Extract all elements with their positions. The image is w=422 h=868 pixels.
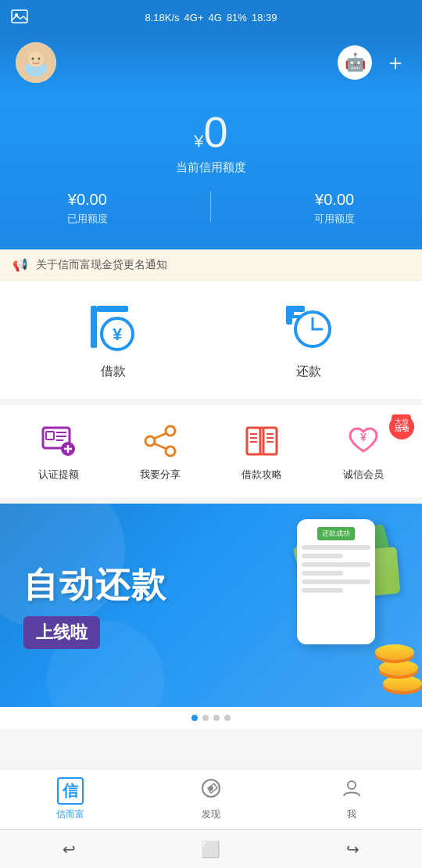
credit-row: ¥0.00 已用额度 ¥0.00 可用额度	[16, 191, 406, 226]
svg-text:大放: 大放	[395, 418, 409, 425]
banner-title: 自动还款	[23, 562, 167, 608]
status-bar: 8.18K/s 4G+ 4G 81% 18:39	[0, 0, 422, 34]
phone-lines	[302, 545, 370, 597]
sub-label-verify: 认证提额	[38, 468, 79, 482]
verify-icon	[38, 421, 79, 461]
dot-2	[202, 715, 209, 721]
time-text: 18:39	[252, 12, 277, 23]
robot-assistant-button[interactable]: 🤖	[338, 45, 372, 80]
nav-profile[interactable]: 我	[282, 777, 421, 821]
repay-icon	[281, 299, 336, 354]
signal-text: 4G	[209, 12, 222, 23]
user-avatar[interactable]	[16, 42, 56, 83]
svg-point-4	[28, 52, 44, 67]
dot-4	[224, 715, 231, 721]
svg-rect-17	[46, 432, 54, 439]
used-credit: ¥0.00 已用额度	[67, 191, 108, 226]
sub-label-member: 诚信会员	[343, 468, 384, 482]
credit-symbol: ¥0	[16, 106, 406, 157]
svg-point-24	[166, 426, 175, 436]
svg-point-25	[145, 436, 155, 446]
nav-recent-button[interactable]: ↩	[63, 840, 76, 859]
svg-rect-0	[12, 10, 27, 23]
nav-home-icon: 信	[57, 777, 84, 805]
divider	[210, 191, 211, 222]
available-amount: ¥0.00	[314, 191, 355, 209]
nav-home-button[interactable]: ⬜	[201, 840, 220, 859]
main-actions: ¥ 借款 还款	[0, 281, 422, 399]
used-label: 已用额度	[67, 212, 108, 226]
bottom-nav: 信 信而富 发现 我	[0, 769, 422, 829]
svg-rect-7	[91, 306, 97, 348]
phone-line-1	[302, 545, 370, 550]
guide-icon	[241, 421, 282, 461]
sub-action-member[interactable]: new 活动 大放 ¥ 诚信会员	[313, 421, 414, 482]
svg-point-6	[38, 58, 41, 60]
network-text: 4G+	[184, 12, 204, 23]
sub-label-guide: 借款攻略	[241, 468, 282, 482]
svg-line-27	[154, 433, 166, 439]
speed-text: 8.18K/s	[145, 12, 180, 23]
avatar-svg	[16, 42, 56, 83]
fire-badge: 活动 大放	[388, 413, 416, 441]
coin-1	[375, 644, 414, 660]
banner-subtitle: 上线啦	[23, 616, 100, 649]
add-button[interactable]: ＋	[384, 48, 406, 77]
coin-3	[383, 676, 422, 691]
sub-actions: 认证提额 我要分享	[0, 405, 422, 497]
sub-label-share: 我要分享	[140, 468, 181, 482]
dot-3	[213, 715, 220, 721]
nav-profile-label: 我	[347, 808, 356, 821]
gallery-icon	[11, 9, 28, 23]
sub-action-guide[interactable]: 借款攻略	[211, 421, 313, 482]
notice-icon: 📢	[13, 257, 28, 272]
phone-line-5	[302, 579, 370, 584]
banner-text: 自动还款 上线啦	[0, 539, 191, 673]
header-right: 🤖 ＋	[338, 45, 406, 80]
app-header: 🤖 ＋	[0, 34, 422, 99]
phone-mockup: 还款成功	[297, 519, 375, 644]
available-label: 可用额度	[314, 212, 355, 226]
repay-label: 还款	[296, 364, 321, 380]
sub-action-verify[interactable]: 认证提额	[8, 421, 109, 482]
svg-rect-15	[286, 306, 305, 312]
svg-point-5	[32, 58, 34, 60]
share-icon	[140, 421, 181, 461]
banner-section[interactable]: 自动还款 上线啦 还款成功	[0, 504, 422, 729]
nav-discover[interactable]: 发现	[141, 777, 281, 821]
svg-text:活动: 活动	[395, 425, 409, 432]
borrow-action[interactable]: ¥ 借款	[26, 299, 202, 380]
nav-profile-icon	[341, 777, 363, 805]
svg-rect-8	[97, 306, 128, 312]
coin-2	[379, 660, 418, 676]
credit-section: ¥0 当前信用额度 ¥0.00 已用额度 ¥0.00 可用额度	[0, 99, 422, 249]
svg-text:¥: ¥	[113, 325, 123, 344]
phone-line-4	[302, 571, 343, 576]
phone-line-2	[302, 554, 343, 558]
notice-bar[interactable]: 📢 关于信而富现金贷更名通知	[0, 249, 422, 281]
nav-discover-icon	[200, 777, 222, 805]
svg-line-28	[154, 443, 166, 449]
sub-action-share[interactable]: 我要分享	[109, 421, 211, 482]
status-center: 8.18K/s 4G+ 4G 81% 18:39	[145, 12, 277, 23]
nav-home[interactable]: 信 信而富	[1, 777, 140, 821]
nav-home-label: 信而富	[56, 808, 84, 821]
system-nav: ↩ ⬜ ↪	[0, 829, 422, 868]
svg-point-46	[348, 781, 356, 789]
nav-discover-label: 发现	[202, 808, 220, 821]
used-amount: ¥0.00	[67, 191, 108, 209]
member-icon: ¥	[343, 421, 384, 461]
credit-label: 当前信用额度	[16, 160, 406, 175]
battery-text: 81%	[227, 12, 247, 23]
dot-1	[191, 715, 198, 721]
avatar-face	[16, 42, 56, 83]
banner: 自动还款 上线啦 还款成功	[0, 504, 422, 707]
notice-text: 关于信而富现金贷更名通知	[36, 258, 167, 272]
svg-point-26	[166, 447, 175, 456]
nav-back-button[interactable]: ↪	[346, 840, 359, 859]
repay-action[interactable]: 还款	[221, 299, 397, 380]
banner-dots	[0, 707, 422, 729]
svg-point-45	[209, 786, 213, 791]
available-credit: ¥0.00 可用额度	[314, 191, 355, 226]
borrow-label: 借款	[101, 364, 126, 380]
